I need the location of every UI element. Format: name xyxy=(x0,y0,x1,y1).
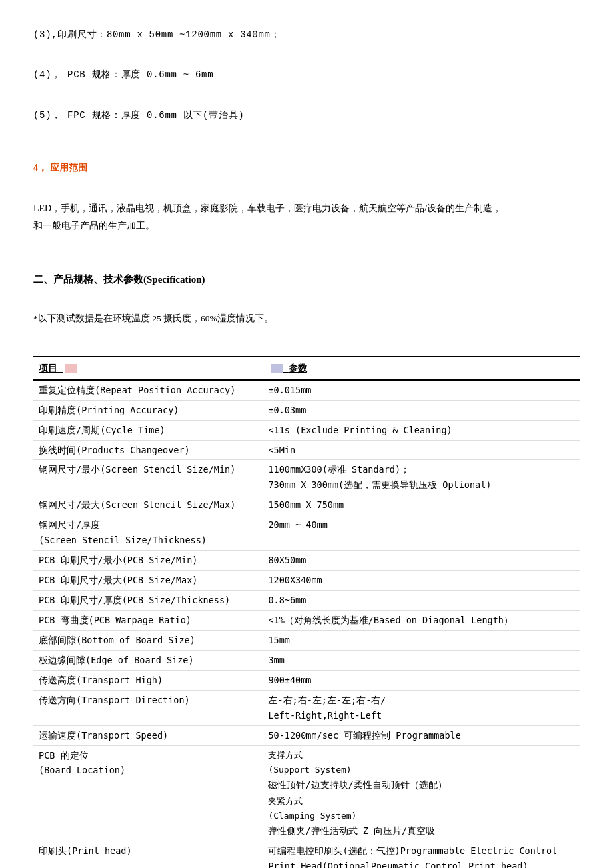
table-row: 传送方向(Transport Direction)左-右;右-左;左-左;右-右… xyxy=(33,690,580,725)
table-cell-item: 钢网尺寸/厚度 (Screen Stencil Size/Thickness) xyxy=(33,515,263,551)
spec-line-4: (4)， PCB 规格：厚度 0.6mm ~ 6mm xyxy=(33,67,580,83)
header-highlight-1 xyxy=(65,364,77,373)
table-cell-param: <5Min xyxy=(263,440,580,460)
spec-table: 项目 参数 重复定位精度(Repeat Position Accuracy)±0… xyxy=(33,356,580,868)
table-cell-item: PCB 印刷尺寸/最大(PCB Size/Max) xyxy=(33,571,263,591)
table-cell-item: PCB 弯曲度(PCB Warpage Ratio) xyxy=(33,610,263,630)
table-cell-param: 可编程电控印刷头(选配：气控)Programmable Electric Con… xyxy=(263,841,580,868)
table-cell-item: 底部间隙(Bottom of Board Size) xyxy=(33,630,263,650)
table-cell-param: 0.8~6mm xyxy=(263,591,580,611)
table-row: 传送高度(Transport High)900±40mm xyxy=(33,670,580,690)
table-cell-param: 3mm xyxy=(263,650,580,670)
table-row: 钢网尺寸/厚度 (Screen Stencil Size/Thickness)2… xyxy=(33,515,580,551)
table-row: 印刷头(Print head)可编程电控印刷头(选配：气控)Programmab… xyxy=(33,841,580,868)
section2-heading: 二、产品规格、技术参数(Specification) xyxy=(33,271,580,289)
table-cell-param: 80X50mm xyxy=(263,551,580,571)
table-cell-param: 支撑方式 (Support System)磁性顶针/边支持块/柔性自动顶针（选配… xyxy=(263,745,580,841)
table-cell-item: PCB 的定位 (Board Location) xyxy=(33,745,263,841)
table-cell-item: PCB 印刷尺寸/最小(PCB Size/Min) xyxy=(33,551,263,571)
table-cell-param: 左-右;右-左;左-左;右-右/ Left-Right,Right-Left xyxy=(263,690,580,725)
table-cell-param: 900±40mm xyxy=(263,670,580,690)
table-row: 印刷精度(Printing Accuracy)±0.03mm xyxy=(33,400,580,420)
table-cell-item: 印刷头(Print head) xyxy=(33,841,263,868)
table-cell-item: 传送高度(Transport High) xyxy=(33,670,263,690)
table-cell-param: 1100mmX300(标准 Standard)； 730mm X 300mm(选… xyxy=(263,460,580,495)
table-cell-item: 板边缘间隙(Edge of Board Size) xyxy=(33,650,263,670)
table-cell-item: 印刷速度/周期(Cycle Time) xyxy=(33,420,263,440)
table-row: 钢网尺寸/最小(Screen Stencil Size/Min)1100mmX3… xyxy=(33,460,580,495)
table-row: 重复定位精度(Repeat Position Accuracy)±0.015mm xyxy=(33,380,580,400)
table-row: 换线时间(Products Changeover)<5Min xyxy=(33,440,580,460)
table-cell-param: <11s (Exclude Printing & Cleaning) xyxy=(263,420,580,440)
table-header-param: 参数 xyxy=(263,357,580,380)
spec-line-5: (5)， FPC 规格：厚度 0.6mm 以下(带治具) xyxy=(33,107,580,124)
table-cell-item: 钢网尺寸/最小(Screen Stencil Size/Min) xyxy=(33,460,263,495)
table-row: 板边缘间隙(Edge of Board Size)3mm xyxy=(33,650,580,670)
table-cell-item: 换线时间(Products Changeover) xyxy=(33,440,263,460)
table-row: 印刷速度/周期(Cycle Time)<11s (Exclude Printin… xyxy=(33,420,580,440)
table-row: PCB 印刷尺寸/最小(PCB Size/Min)80X50mm xyxy=(33,551,580,571)
table-cell-param: ±0.015mm xyxy=(263,380,580,400)
table-cell-item: PCB 印刷尺寸/厚度(PCB Size/Thickness) xyxy=(33,591,263,611)
table-cell-item: 传送方向(Transport Direction) xyxy=(33,690,263,725)
table-row: PCB 的定位 (Board Location)支撑方式 (Support Sy… xyxy=(33,745,580,841)
table-row: 钢网尺寸/最大(Screen Stencil Size/Max)1500mm X… xyxy=(33,495,580,515)
table-cell-param: 1200X340mm xyxy=(263,571,580,591)
table-cell-param: ±0.03mm xyxy=(263,400,580,420)
table-header-item: 项目 xyxy=(33,357,263,380)
table-cell-item: 印刷精度(Printing Accuracy) xyxy=(33,400,263,420)
table-cell-param: 20mm ~ 40mm xyxy=(263,515,580,551)
table-cell-param: 50-1200mm/sec 可编程控制 Programmable xyxy=(263,725,580,745)
table-row: PCB 弯曲度(PCB Warpage Ratio)<1%（对角线长度为基准/B… xyxy=(33,610,580,630)
table-row: 运输速度(Transport Speed)50-1200mm/sec 可编程控制… xyxy=(33,725,580,745)
table-cell-item: 运输速度(Transport Speed) xyxy=(33,725,263,745)
table-cell-item: 钢网尺寸/最大(Screen Stencil Size/Max) xyxy=(33,495,263,515)
table-row: 底部间隙(Bottom of Board Size)15mm xyxy=(33,630,580,650)
note-text: *以下测试数据是在环境温度 25 摄氏度，60%湿度情况下。 xyxy=(33,311,580,327)
spec-line-3: (3),印刷尺寸：80mm x 50mm ~1200mm x 340mm； xyxy=(33,27,580,43)
table-cell-param: 1500mm X 750mm xyxy=(263,495,580,515)
table-cell-param: 15mm xyxy=(263,630,580,650)
application-text: LED，手机，通讯，液晶电视，机顶盒，家庭影院，车载电子，医疗电力设备，航天航空… xyxy=(33,200,580,235)
table-row: PCB 印刷尺寸/最大(PCB Size/Max)1200X340mm xyxy=(33,571,580,591)
header-highlight-2 xyxy=(271,364,283,373)
section4-heading: 4， 应用范围 xyxy=(33,159,580,176)
table-row: PCB 印刷尺寸/厚度(PCB Size/Thickness)0.8~6mm xyxy=(33,591,580,611)
table-cell-param: <1%（对角线长度为基准/Based on Diagonal Length） xyxy=(263,610,580,630)
table-cell-item: 重复定位精度(Repeat Position Accuracy) xyxy=(33,380,263,400)
